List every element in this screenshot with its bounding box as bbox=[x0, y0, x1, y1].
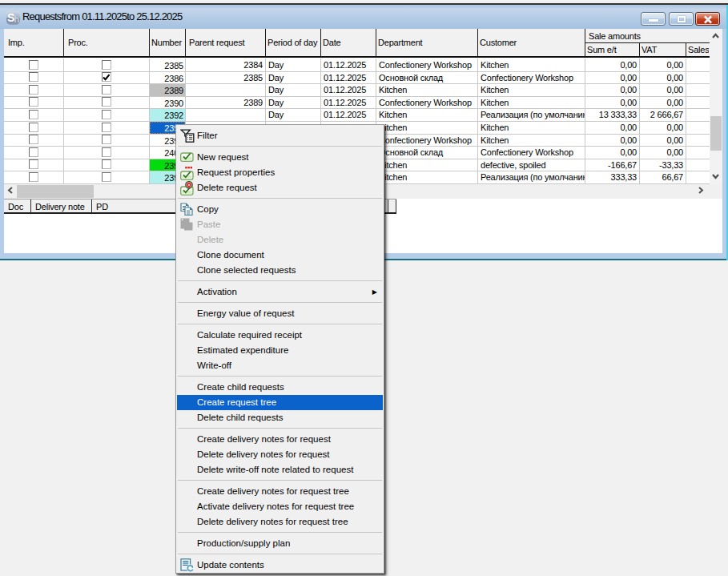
svg-text:h: h bbox=[14, 14, 20, 24]
